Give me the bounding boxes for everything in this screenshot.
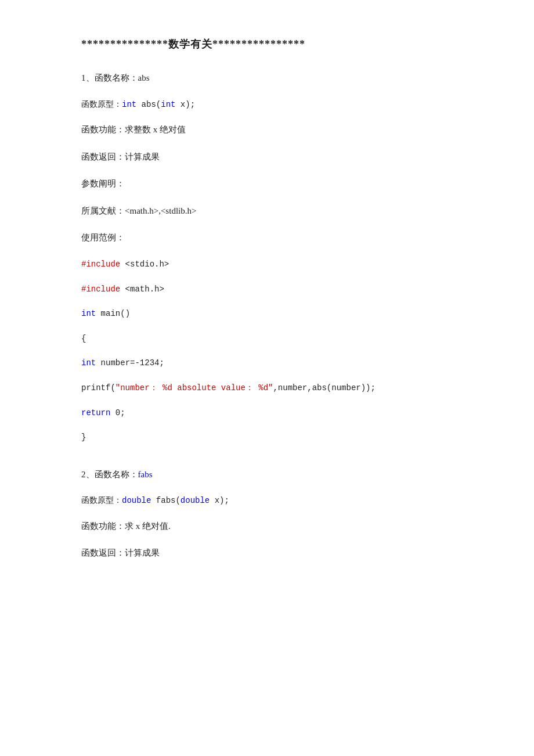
func1-return-value: 计算成果: [125, 152, 160, 161]
func1-param-label: 参数阐明：: [81, 179, 125, 188]
page-container: ***************数学有关**************** 1、函数…: [81, 35, 453, 561]
func1-name-value: abs: [138, 73, 150, 82]
section-title: ***************数学有关****************: [81, 35, 453, 53]
func1-printf-args: ,number,abs(number));: [273, 383, 375, 393]
func1-code-brace-close: }: [81, 430, 453, 445]
func1-include2-file: <math.h>: [120, 285, 164, 294]
function-1: 1、函数名称：abs 函数原型：int abs(int x); 函数功能：求整数…: [81, 70, 453, 445]
func1-proto-abs: abs(: [136, 100, 161, 109]
func1-proto-label: 函数原型：: [81, 100, 122, 109]
func2-name: 2、函数名称：fabs: [81, 466, 453, 483]
func1-int2-keyword: int: [81, 358, 96, 368]
func1-int-keyword: int: [81, 309, 96, 318]
func1-code-brace-open: {: [81, 331, 453, 347]
func1-code-return: return 0;: [81, 405, 453, 421]
func1-include2-keyword: #include: [81, 285, 120, 294]
func1-return-label: 函数返回：: [81, 152, 125, 161]
func2-return: 函数返回：计算成果: [81, 545, 453, 561]
func2-return-label: 函数返回：: [81, 548, 125, 557]
func1-number-assign: number=-1234;: [96, 358, 164, 368]
func2-funcinfo: 函数功能：求 x 绝对值.: [81, 518, 453, 535]
func1-param: 参数阐明：: [81, 175, 453, 192]
func1-example-label: 使用范例：: [81, 229, 453, 246]
func1-func-label: 函数功能：: [81, 125, 125, 134]
func1-header: 所属文献：<math.h>,<stdlib.h>: [81, 203, 453, 219]
func1-name: 1、函数名称：abs: [81, 70, 453, 87]
func1-return-zero: 0;: [110, 408, 125, 417]
func1-proto: 函数原型：int abs(int x);: [81, 97, 453, 113]
func2-number-label: 2、函数名称：: [81, 470, 138, 479]
func2-return-value: 计算成果: [125, 548, 160, 557]
func2-proto-double1: double: [122, 496, 151, 505]
func1-func-value: 求整数 x 绝对值: [125, 125, 186, 134]
func1-brace-open: {: [81, 334, 86, 343]
func2-func-value: 求 x 绝对值.: [125, 521, 171, 531]
func1-proto-int2: int: [161, 100, 175, 109]
function-2: 2、函数名称：fabs 函数原型：double fabs(double x); …: [81, 466, 453, 561]
func1-return: 函数返回：计算成果: [81, 149, 453, 165]
func1-code-number: int number=-1234;: [81, 355, 453, 371]
func1-funcinfo: 函数功能：求整数 x 绝对值: [81, 121, 453, 138]
func1-example-text: 使用范例：: [81, 233, 125, 242]
func1-code-printf: printf("number： %d absolute value： %d",n…: [81, 380, 453, 396]
func1-code-main: int main(): [81, 306, 453, 322]
func1-proto-int1: int: [122, 100, 136, 109]
func1-brace-close: }: [81, 433, 86, 442]
func1-code-include2: #include <math.h>: [81, 282, 453, 297]
func2-func-label: 函数功能：: [81, 521, 125, 531]
func1-proto-x: x);: [175, 100, 195, 109]
func1-include1-file: <stdio.h>: [120, 260, 169, 269]
func2-proto-fabs: fabs(: [151, 496, 180, 505]
func1-string: "number： %d absolute value： %d": [116, 383, 273, 393]
func2-proto-double2: double: [181, 496, 210, 505]
spacer-1: [81, 455, 453, 466]
func1-include1-keyword: #include: [81, 260, 120, 269]
func1-return-keyword: return: [81, 408, 110, 417]
func2-proto-x: x);: [210, 496, 229, 505]
func2-proto: 函数原型：double fabs(double x);: [81, 493, 453, 509]
func1-number-label: 1、函数名称：: [81, 73, 138, 82]
func1-header-value: <math.h>,<stdlib.h>: [125, 206, 196, 215]
func2-name-value: fabs: [138, 470, 153, 479]
func2-proto-label: 函数原型：: [81, 496, 122, 505]
func1-main-text: main(): [96, 309, 130, 318]
func1-code-include1: #include <stdio.h>: [81, 257, 453, 272]
func1-printf-text: printf(: [81, 383, 116, 393]
func1-header-label: 所属文献：: [81, 206, 125, 215]
